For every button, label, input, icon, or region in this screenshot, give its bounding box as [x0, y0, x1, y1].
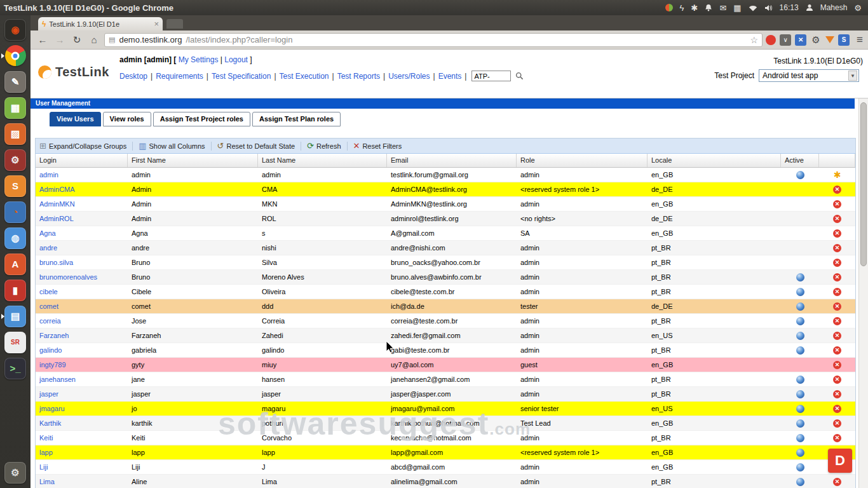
user-login-link[interactable]: Keiti — [39, 434, 53, 442]
toolbar-reset-to-default-state[interactable]: ↺Reset to Default State — [217, 142, 295, 150]
user-login-link[interactable]: Lima — [39, 478, 55, 485]
mail-indicator-icon[interactable]: ✉ — [719, 4, 726, 12]
column-header-active[interactable]: Active — [781, 154, 819, 167]
launcher-system-settings[interactable]: ⚙ — [1, 147, 29, 173]
column-header-last-name[interactable]: Last Name — [258, 154, 387, 167]
launcher-terminal[interactable]: >_ — [1, 355, 29, 381]
column-header-first-name[interactable]: First Name — [128, 154, 258, 167]
bluetooth-indicator-icon[interactable]: ✱ — [691, 4, 698, 12]
delete-user-icon[interactable]: ✕ — [833, 229, 841, 238]
toolbar-refresh[interactable]: ⟳Refresh — [307, 142, 341, 150]
page-scrollbar[interactable] — [858, 98, 868, 488]
delete-user-icon[interactable]: ✕ — [833, 186, 841, 194]
user-login-link[interactable]: brunomorenoalves — [39, 273, 97, 281]
power-indicator-icon[interactable]: ϟ — [680, 4, 684, 12]
launcher-text-editor[interactable]: ✎ — [1, 69, 29, 95]
user-login-link[interactable]: AdminROL — [39, 215, 74, 222]
nav-test-execution[interactable]: Test Execution — [280, 72, 329, 81]
delete-user-icon[interactable]: ✕ — [833, 302, 841, 311]
launcher-softwaresuggest-app[interactable]: SR — [1, 329, 29, 355]
toolbar-reset-filters[interactable]: ✕Reset Filters — [353, 142, 402, 150]
user-login-link[interactable]: comet — [39, 302, 58, 310]
tab-assign-test-project-roles[interactable]: Assign Test Project roles — [153, 112, 250, 126]
tab-assign-test-plan-roles[interactable]: Assign Test Plan roles — [252, 112, 341, 126]
user-login-link[interactable]: andre — [39, 244, 57, 252]
extension-funnel-icon[interactable] — [825, 36, 834, 43]
launcher-document-viewer[interactable]: ▤ — [1, 303, 29, 329]
column-header-login[interactable]: Login — [36, 154, 128, 167]
chrome-menu-icon[interactable]: ≡ — [857, 34, 863, 46]
test-case-search-input[interactable] — [471, 71, 511, 81]
new-tab-button[interactable] — [166, 19, 183, 29]
delete-user-icon[interactable]: ✕ — [833, 434, 841, 442]
delete-user-icon[interactable]: ✕ — [833, 478, 841, 486]
nav-desktop[interactable]: Desktop — [119, 72, 147, 81]
delete-user-icon[interactable]: ✕ — [833, 405, 841, 413]
clock[interactable]: 16:13 — [780, 4, 799, 11]
launcher-dash-home[interactable]: ◉ — [1, 17, 29, 43]
nav-users-roles[interactable]: Users/Roles — [388, 72, 430, 81]
notifications-bell-icon[interactable] — [705, 4, 712, 11]
toolbar-expand-collapse-groups[interactable]: ⊞Expand/Collapse Groups — [39, 142, 126, 150]
scrollbar-thumb[interactable] — [860, 102, 867, 266]
toolbar-show-all-columns[interactable]: ▥Show all Columns — [139, 142, 205, 150]
launcher-software-center[interactable]: A — [1, 251, 29, 277]
user-login-link[interactable]: lapp — [39, 449, 53, 456]
user-person-icon[interactable] — [806, 4, 813, 11]
delete-user-icon[interactable]: ✕ — [833, 361, 841, 369]
user-login-link[interactable]: bruno.silva — [39, 259, 73, 266]
user-login-link[interactable]: AdminCMA — [39, 186, 75, 193]
tab-close-icon[interactable]: × — [154, 19, 159, 29]
user-login-link[interactable]: admin — [39, 171, 58, 179]
launcher-libreoffice-calc[interactable]: ▦ — [1, 95, 29, 121]
delete-user-icon[interactable]: ✕ — [833, 390, 841, 398]
user-login-link[interactable]: Farzaneh — [39, 332, 69, 339]
my-settings-link[interactable]: My Settings — [179, 55, 219, 64]
network-wifi-icon[interactable] — [749, 4, 757, 11]
delete-user-icon[interactable]: ✕ — [833, 259, 841, 267]
delete-user-icon[interactable]: ✕ — [833, 376, 841, 384]
session-gear-icon[interactable]: ⚙ — [854, 4, 862, 12]
address-bar[interactable]: ▤ demo.testlink.org/latest/index.php?cal… — [104, 33, 763, 47]
launcher-web-browser[interactable]: ◍ — [1, 225, 29, 251]
user-login-link[interactable]: galindo — [39, 346, 62, 354]
delete-user-icon[interactable]: ✕ — [833, 215, 841, 223]
user-login-link[interactable]: jmagaru — [39, 405, 65, 412]
nav-test-reports[interactable]: Test Reports — [337, 72, 380, 81]
nav-requirements[interactable]: Requirements — [156, 72, 203, 81]
launcher-libreoffice-impress[interactable]: ▨ — [1, 121, 29, 147]
bookmark-star-icon[interactable]: ☆ — [750, 35, 759, 45]
delete-user-icon[interactable]: ✕ — [833, 419, 841, 428]
column-header-locale[interactable]: Locale — [648, 154, 781, 167]
launcher-sublime-text[interactable]: S — [1, 173, 29, 199]
tab-view-users[interactable]: View Users — [50, 112, 101, 126]
column-header-actions[interactable] — [819, 154, 855, 167]
nav-test-specification[interactable]: Test Specification — [212, 72, 271, 81]
launcher-firefox[interactable]: ◔ — [1, 199, 29, 225]
extension-chevron-icon[interactable]: ∨ — [780, 34, 791, 46]
extension-red-circle-icon[interactable] — [766, 35, 776, 45]
extension-s-icon[interactable]: S — [838, 34, 850, 46]
extension-x-icon[interactable]: ✕ — [795, 34, 806, 46]
delete-user-icon[interactable]: ✕ — [833, 332, 841, 340]
user-login-link[interactable]: correia — [39, 317, 61, 325]
user-login-link[interactable]: janehansen — [39, 376, 76, 383]
user-login-link[interactable]: Agna — [39, 229, 56, 237]
session-user[interactable]: Mahesh — [820, 4, 848, 11]
user-login-link[interactable]: jasper — [39, 390, 58, 398]
user-login-link[interactable]: Karthik — [39, 419, 61, 427]
extension-gear-icon[interactable]: ⚙ — [810, 34, 822, 46]
search-icon[interactable] — [515, 72, 524, 80]
delete-user-icon[interactable]: ✕ — [833, 288, 841, 296]
user-login-link[interactable]: Liji — [39, 463, 48, 471]
messaging-indicator-icon[interactable] — [665, 4, 673, 11]
user-login-link[interactable]: AdminMKN — [39, 200, 75, 208]
tab-view-roles[interactable]: View roles — [103, 112, 151, 126]
launcher-workspace-settings[interactable]: ⚙ — [1, 459, 29, 485]
sound-volume-icon[interactable] — [764, 4, 773, 11]
delete-user-icon[interactable]: ✕ — [833, 346, 841, 355]
home-button[interactable]: ⌂ — [87, 33, 101, 47]
reload-button[interactable]: ↻ — [70, 33, 84, 47]
delete-user-icon[interactable]: ✕ — [833, 200, 841, 208]
delete-user-icon[interactable]: ✕ — [833, 317, 841, 325]
